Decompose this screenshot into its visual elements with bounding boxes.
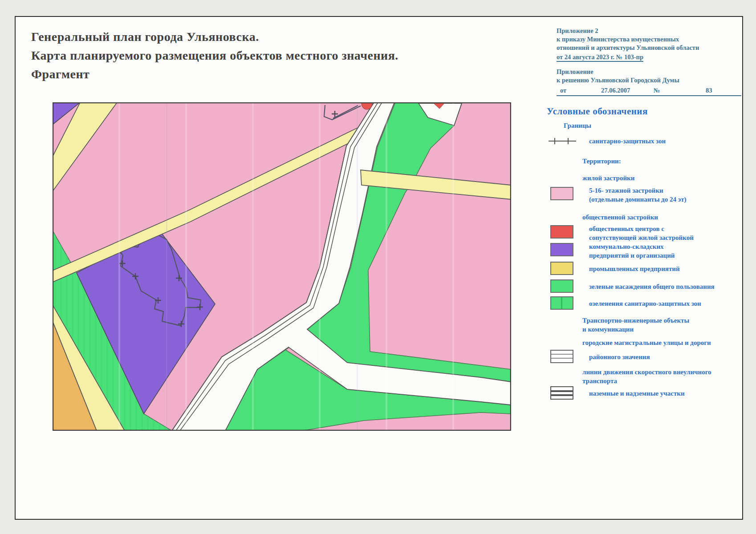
appendix-2-line: Приложение — [557, 68, 744, 76]
green-swatch — [550, 279, 573, 293]
page-title: Генеральный план города Ульяновска. Карт… — [31, 28, 467, 84]
title-line-3: Фрагмент — [31, 65, 467, 84]
appendix-1-line: к приказу Министерства имущественных — [557, 35, 744, 44]
scanned-city-plan-document: Генеральный план города Ульяновска. Карт… — [0, 0, 756, 534]
sanitary-zone-line-icon — [548, 137, 577, 145]
appendix-2-block: Приложение к решению Ульяновской Городск… — [557, 68, 744, 96]
green-striped-swatch — [550, 296, 573, 310]
decision-date-row: от 27.06.2007 № 83 — [557, 86, 741, 96]
decision-number: 83 — [706, 86, 712, 95]
number-label: № — [654, 86, 660, 95]
appendix-1-block: Приложение 2 к приказу Министерства имущ… — [557, 27, 744, 61]
title-line-2: Карта планируемого размещения объектов м… — [31, 46, 467, 65]
red-swatch — [550, 225, 573, 239]
from-label: от — [560, 86, 566, 95]
pink-swatch — [550, 187, 573, 200]
appendix-1-line: Приложение 2 — [557, 27, 744, 35]
surface-transit-icon — [550, 386, 573, 400]
appendix-2-line: к решению Ульяновской Городской Думы — [557, 76, 744, 85]
appendix-1-line: отношений и архитектуры Ульяновской обла… — [557, 44, 744, 52]
purple-swatch — [550, 243, 573, 256]
appendix-1-order-date: от 24 августа 2023 г. № 103-пр — [557, 53, 643, 62]
legend-title: Условные обозначения — [547, 106, 648, 117]
decision-date: 27.06.2007 — [601, 86, 630, 95]
yellow-swatch — [550, 262, 573, 275]
title-line-1: Генеральный план города Ульяновска. — [31, 28, 467, 46]
city-plan-map — [53, 102, 511, 431]
district-road-icon — [550, 350, 573, 363]
